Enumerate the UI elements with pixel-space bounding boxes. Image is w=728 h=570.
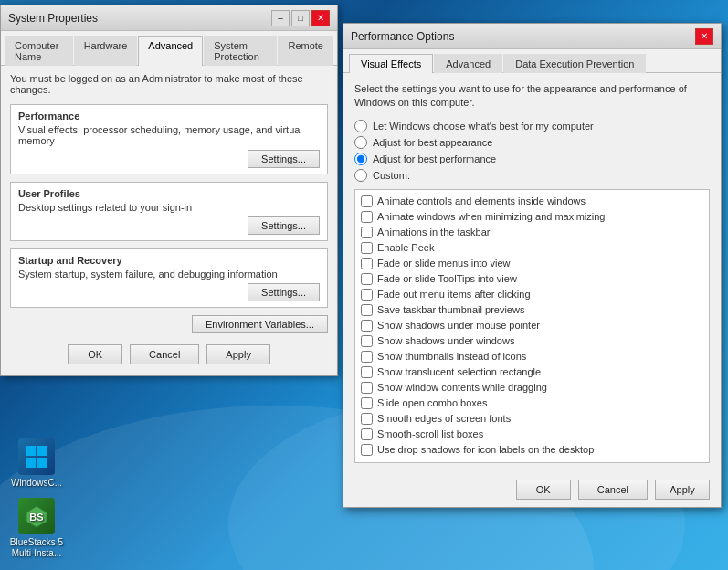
checkbox-smooth-scroll-listboxes-label: Smooth-scroll list boxes [377, 428, 483, 439]
checkbox-slide-combo-boxes-input[interactable] [361, 397, 373, 409]
tab-system-protection[interactable]: System Protection [204, 36, 277, 66]
radio-let-windows-choose-input[interactable] [354, 120, 367, 132]
checkbox-fade-menu-items[interactable]: Fade out menu items after clicking [359, 287, 705, 302]
user-profiles-settings-button[interactable]: Settings... [248, 216, 320, 235]
performance-section: Performance Visual effects, processor sc… [10, 104, 328, 174]
checkbox-animate-windows-label: Animate windows when minimizing and maxi… [377, 211, 605, 222]
perf-dialog-title: Performance Options [351, 30, 454, 43]
tab-computer-name[interactable]: Computer Name [5, 36, 73, 66]
checkbox-thumbnails-instead-icons[interactable]: Show thumbnails instead of icons [359, 349, 705, 364]
perf-dialog-titlebar: Performance Options ✕ [343, 24, 721, 49]
desktop-icon-windowsc-label: WindowsC... [11, 478, 62, 489]
checkbox-animate-windows-input[interactable] [361, 211, 373, 223]
checkbox-fade-menu-items-input[interactable] [361, 289, 373, 301]
checkbox-save-taskbar-previews[interactable]: Save taskbar thumbnail previews [359, 302, 705, 318]
perf-description: Select the settings you want to use for … [354, 82, 710, 111]
perf-tab-advanced[interactable]: Advanced [434, 54, 502, 73]
checkbox-smooth-edges-fonts-input[interactable] [361, 413, 373, 425]
maximize-button[interactable]: □ [291, 10, 310, 26]
checkbox-shadows-mouse[interactable]: Show shadows under mouse pointer [359, 318, 705, 333]
radio-best-appearance-input[interactable] [354, 136, 367, 149]
visual-effects-checkbox-list[interactable]: Animate controls and elements inside win… [354, 189, 710, 463]
checkbox-animations-taskbar[interactable]: Animations in the taskbar [359, 225, 705, 240]
system-props-apply-button[interactable]: Apply [206, 344, 270, 364]
system-props-window: System Properties – □ ✕ Computer Name Ha… [0, 5, 338, 376]
checkbox-window-contents-dragging-label: Show window contents while dragging [377, 382, 547, 393]
performance-desc: Visual effects, processor scheduling, me… [18, 124, 320, 146]
checkbox-thumbnails-instead-icons-label: Show thumbnails instead of icons [377, 351, 526, 362]
perf-dialog-tabs: Visual Effects Advanced Data Execution P… [343, 49, 721, 73]
checkbox-fade-slide-menus-label: Fade or slide menus into view [377, 258, 511, 269]
radio-let-windows-choose[interactable]: Let Windows choose what's best for my co… [354, 120, 710, 132]
startup-recovery-section: Startup and Recovery System startup, sys… [10, 248, 328, 308]
svg-rect-2 [26, 446, 36, 456]
checkbox-animate-windows[interactable]: Animate windows when minimizing and maxi… [359, 209, 705, 225]
perf-apply-button[interactable]: Apply [655, 480, 710, 500]
checkbox-smooth-edges-fonts[interactable]: Smooth edges of screen fonts [359, 411, 705, 427]
perf-tab-visual-effects[interactable]: Visual Effects [349, 54, 433, 73]
checkbox-drop-shadows-icon-labels[interactable]: Use drop shadows for icon labels on the … [359, 442, 705, 458]
system-props-title: System Properties [8, 12, 98, 25]
checkbox-window-contents-dragging-input[interactable] [361, 382, 373, 394]
checkbox-enable-peek[interactable]: Enable Peek [359, 240, 705, 256]
tab-hardware[interactable]: Hardware [74, 36, 138, 66]
radio-best-performance-input[interactable] [354, 153, 367, 165]
checkbox-translucent-selection-input[interactable] [361, 366, 373, 378]
checkbox-enable-peek-label: Enable Peek [377, 242, 434, 253]
checkbox-animations-taskbar-label: Animations in the taskbar [377, 227, 491, 238]
checkbox-animations-taskbar-input[interactable] [361, 227, 373, 238]
user-profiles-desc: Desktop settings related to your sign-in [18, 202, 320, 213]
startup-recovery-settings-button[interactable]: Settings... [248, 283, 320, 301]
checkbox-animate-controls-input[interactable] [361, 195, 373, 207]
svg-rect-5 [37, 458, 47, 468]
desktop-icon-windowsc[interactable]: WindowsC... [5, 438, 69, 489]
perf-cancel-button[interactable]: Cancel [578, 480, 648, 500]
close-button[interactable]: ✕ [311, 10, 330, 26]
checkbox-shadows-windows-input[interactable] [361, 335, 373, 347]
checkbox-enable-peek-input[interactable] [361, 242, 373, 254]
radio-best-performance[interactable]: Adjust for best performance [354, 153, 710, 165]
checkbox-fade-slide-menus[interactable]: Fade or slide menus into view [359, 256, 705, 271]
tab-advanced[interactable]: Advanced [138, 36, 203, 66]
radio-custom[interactable]: Custom: [354, 169, 710, 182]
admin-notice: You must be logged on as an Administrato… [10, 73, 328, 95]
checkbox-shadows-windows[interactable]: Show shadows under windows [359, 333, 705, 349]
checkbox-smooth-scroll-listboxes-input[interactable] [361, 428, 373, 440]
tab-remote[interactable]: Remote [278, 36, 333, 66]
perf-dialog-content: Select the settings you want to use for … [343, 73, 721, 472]
perf-radio-group: Let Windows choose what's best for my co… [354, 120, 710, 182]
checkbox-thumbnails-instead-icons-input[interactable] [361, 351, 373, 363]
checkbox-shadows-mouse-label: Show shadows under mouse pointer [377, 320, 540, 331]
svg-text:BS: BS [29, 512, 43, 522]
checkbox-animate-controls[interactable]: Animate controls and elements inside win… [359, 194, 705, 209]
system-props-cancel-button[interactable]: Cancel [130, 344, 199, 364]
checkbox-shadows-mouse-input[interactable] [361, 320, 373, 332]
checkbox-window-contents-dragging[interactable]: Show window contents while dragging [359, 380, 705, 396]
system-props-titlebar: System Properties – □ ✕ [1, 5, 337, 31]
radio-best-appearance-label: Adjust for best appearance [373, 137, 492, 148]
checkbox-save-taskbar-previews-input[interactable] [361, 304, 373, 316]
checkbox-save-taskbar-previews-label: Save taskbar thumbnail previews [377, 304, 524, 315]
checkbox-fade-slide-menus-input[interactable] [361, 258, 373, 269]
radio-best-appearance[interactable]: Adjust for best appearance [354, 136, 710, 149]
perf-tab-dep[interactable]: Data Execution Prevention [503, 54, 646, 73]
checkbox-fade-menu-items-label: Fade out menu items after clicking [377, 289, 531, 300]
perf-ok-button[interactable]: OK [516, 480, 571, 500]
performance-title: Performance [18, 111, 320, 121]
desktop-icon-bluestacks[interactable]: BS BlueStacks 5 Multi-Insta... [5, 498, 69, 559]
minimize-button[interactable]: – [271, 10, 290, 26]
checkbox-smooth-scroll-listboxes[interactable]: Smooth-scroll list boxes [359, 427, 705, 442]
perf-dialog-bottom-buttons: OK Cancel Apply [343, 472, 721, 507]
system-props-ok-button[interactable]: OK [68, 344, 122, 364]
performance-settings-button[interactable]: Settings... [248, 150, 320, 168]
checkbox-slide-combo-boxes[interactable]: Slide open combo boxes [359, 396, 705, 411]
checkbox-drop-shadows-icon-labels-input[interactable] [361, 444, 373, 456]
checkbox-translucent-selection[interactable]: Show translucent selection rectangle [359, 364, 705, 380]
svg-rect-3 [37, 446, 47, 456]
svg-rect-4 [26, 458, 36, 468]
checkbox-fade-slide-tooltips-input[interactable] [361, 273, 373, 285]
perf-dialog-close-button[interactable]: ✕ [695, 28, 713, 45]
env-variables-button[interactable]: Environment Variables... [192, 315, 328, 333]
radio-custom-input[interactable] [354, 169, 367, 182]
checkbox-fade-slide-tooltips[interactable]: Fade or slide ToolTips into view [359, 271, 705, 287]
